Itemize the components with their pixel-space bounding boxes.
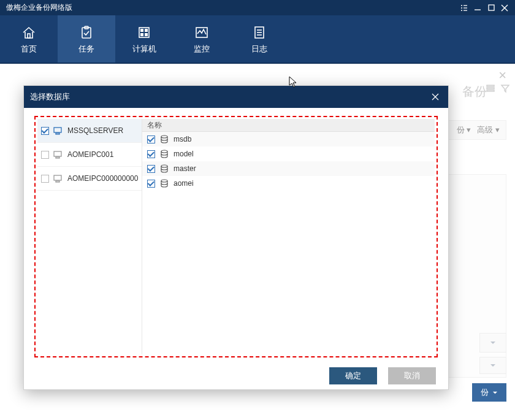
dialog-body: MSSQLSERVER AOMEIPC001: [34, 116, 438, 357]
log-icon: [251, 24, 268, 41]
svg-rect-31: [56, 157, 59, 158]
dialog-title: 选择数据库: [30, 91, 70, 102]
main-navbar: 首页 任务 计算机 监控: [0, 15, 515, 64]
nav-label: 日志: [251, 44, 267, 55]
server-icon: [53, 150, 63, 159]
svg-rect-16: [140, 33, 143, 36]
svg-point-37: [161, 180, 167, 182]
app-title: 傲梅企业备份网络版: [6, 2, 72, 13]
nav-tasks[interactable]: 任务: [58, 15, 115, 63]
svg-rect-24: [487, 88, 494, 89]
database-name: msdb: [174, 135, 191, 143]
server-row[interactable]: AOMEIPC000000000: [37, 167, 142, 191]
bg-dropdown-b[interactable]: 高级 ▾: [477, 124, 500, 136]
background-action-bar: 份: [472, 383, 506, 402]
database-name: master: [174, 164, 196, 173]
nav-computers[interactable]: 计算机: [115, 15, 173, 63]
menu-list-icon[interactable]: [457, 1, 471, 15]
database-row[interactable]: aomei: [142, 176, 435, 191]
ok-button[interactable]: 确定: [329, 367, 377, 384]
bg-action-label: 份: [481, 387, 489, 398]
server-checkbox[interactable]: [41, 127, 49, 135]
database-checkbox[interactable]: [147, 136, 155, 143]
ok-label: 确定: [345, 370, 361, 381]
database-icon: [159, 135, 169, 143]
cancel-label: 取消: [404, 370, 420, 381]
nav-label: 任务: [78, 44, 94, 55]
background-dropdown-2[interactable]: [479, 357, 506, 374]
cancel-button[interactable]: 取消: [388, 367, 436, 384]
database-icon: [159, 179, 169, 188]
nav-monitor[interactable]: 监控: [173, 15, 231, 63]
database-row[interactable]: msdb: [142, 132, 435, 147]
svg-rect-15: [145, 29, 148, 32]
database-row[interactable]: master: [142, 161, 435, 176]
svg-rect-7: [489, 5, 494, 10]
svg-rect-28: [54, 128, 61, 132]
app-titlebar: 傲梅企业备份网络版: [0, 0, 515, 15]
nav-home[interactable]: 首页: [0, 15, 58, 63]
background-action-button[interactable]: 份: [472, 383, 506, 402]
database-checkbox[interactable]: [147, 150, 155, 158]
nav-label: 监控: [194, 44, 210, 55]
database-name: model: [174, 150, 194, 158]
select-database-dialog: 选择数据库 MSSQLSERVER: [23, 85, 449, 390]
filter-icon[interactable]: [500, 83, 510, 96]
database-checkbox[interactable]: [147, 180, 155, 188]
window-maximize-button[interactable]: [484, 1, 498, 15]
svg-rect-10: [28, 34, 30, 38]
server-row[interactable]: AOMEIPC001: [37, 143, 142, 167]
dialog-footer: 确定 取消: [24, 362, 448, 389]
panel-toolbar-icons: [486, 83, 510, 96]
svg-rect-25: [487, 90, 494, 91]
server-name: MSSQLSERVER: [67, 126, 123, 135]
home-icon: [20, 24, 37, 41]
svg-rect-30: [54, 151, 61, 156]
svg-rect-29: [56, 133, 59, 134]
database-icon: [159, 164, 169, 173]
server-name: AOMEIPC001: [67, 150, 113, 159]
server-checkbox[interactable]: [41, 151, 49, 159]
chevron-down-icon: [492, 390, 498, 395]
svg-rect-14: [140, 29, 143, 32]
nav-label: 计算机: [132, 44, 156, 55]
server-checkbox[interactable]: [41, 175, 49, 183]
server-list-pane: MSSQLSERVER AOMEIPC001: [37, 119, 142, 354]
window-close-button[interactable]: [498, 1, 511, 15]
svg-rect-17: [145, 33, 148, 36]
nav-label: 首页: [21, 44, 37, 55]
column-header-name: 名称: [142, 119, 435, 132]
server-name: AOMEIPC000000000: [67, 174, 138, 183]
panel-close-icon[interactable]: ×: [498, 67, 506, 83]
dialog-titlebar: 选择数据库: [24, 86, 448, 108]
database-row[interactable]: model: [142, 147, 435, 161]
panel-title-fragment: 备份: [462, 83, 487, 100]
window-minimize-button[interactable]: [471, 1, 484, 15]
bg-dropdown-a[interactable]: 份 ▾: [457, 124, 471, 136]
database-name: aomei: [174, 179, 194, 188]
server-row[interactable]: MSSQLSERVER: [37, 119, 142, 143]
database-checkbox[interactable]: [147, 165, 155, 173]
clipboard-check-icon: [78, 24, 95, 41]
list-icon[interactable]: [486, 83, 495, 96]
svg-point-34: [161, 136, 167, 138]
server-icon: [53, 126, 63, 135]
svg-rect-32: [54, 175, 61, 180]
server-icon: [53, 174, 63, 183]
background-dropdown-1[interactable]: [479, 333, 506, 353]
monitor-icon: [193, 24, 210, 41]
content-area: × 备份 份 ▾ 高级 ▾: [0, 64, 515, 420]
nav-logs[interactable]: 日志: [231, 15, 288, 63]
svg-rect-33: [56, 181, 59, 182]
windows-icon: [135, 24, 153, 41]
svg-point-36: [161, 165, 167, 167]
database-list-pane: 名称 msdb: [142, 119, 435, 354]
dialog-close-button[interactable]: [429, 90, 442, 104]
database-icon: [159, 150, 169, 158]
svg-rect-23: [487, 85, 494, 86]
svg-point-35: [161, 150, 167, 153]
